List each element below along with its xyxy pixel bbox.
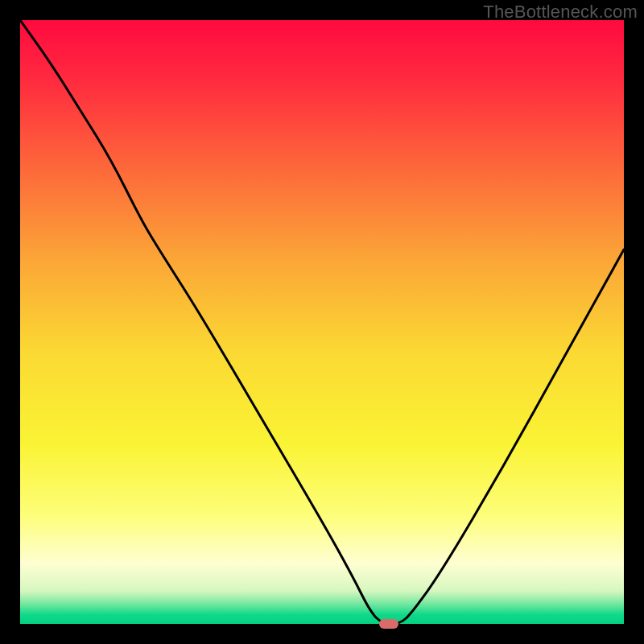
bottleneck-curve: [20, 20, 624, 624]
optimal-marker: [379, 619, 398, 629]
plot-area: [20, 20, 624, 624]
watermark-text: TheBottleneck.com: [483, 2, 638, 23]
chart-frame: TheBottleneck.com: [0, 0, 644, 644]
